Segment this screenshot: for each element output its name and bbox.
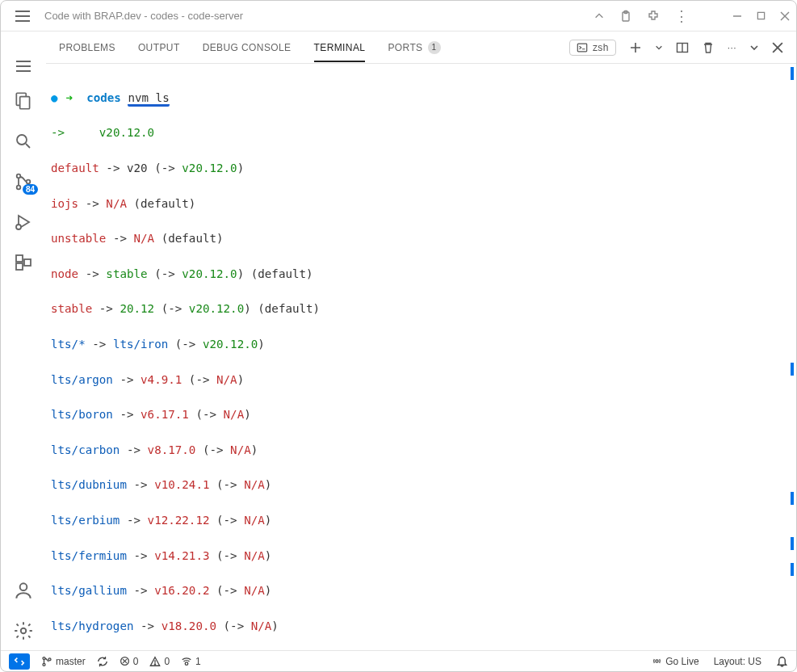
scm-badge: 84 <box>23 184 38 195</box>
terminal-content[interactable]: ● ➜ codes nvm ls -> v20.12.0 default -> … <box>46 64 796 650</box>
split-terminal-dropdown-icon[interactable] <box>655 44 663 52</box>
chevron-down-icon[interactable] <box>749 43 759 52</box>
svg-rect-3 <box>757 12 764 19</box>
status-bar: master 0 0 1 Go Live Layout: US <box>1 650 796 671</box>
ports-count-badge: 1 <box>428 41 441 54</box>
terminal-overview-ruler <box>789 64 794 650</box>
svg-point-35 <box>656 660 658 662</box>
explorer-icon[interactable] <box>12 90 35 112</box>
svg-point-33 <box>155 663 156 664</box>
tab-problems[interactable]: PROBLEMS <box>59 34 115 61</box>
menu-icon[interactable] <box>16 65 31 67</box>
svg-point-28 <box>48 657 51 660</box>
run-debug-icon[interactable] <box>12 211 35 233</box>
account-icon[interactable] <box>12 579 35 602</box>
svg-point-11 <box>17 186 21 190</box>
tab-output[interactable]: OUTPUT <box>138 34 180 61</box>
svg-point-8 <box>17 135 27 145</box>
svg-point-34 <box>185 662 188 665</box>
new-terminal-icon[interactable] <box>629 41 642 54</box>
panel-tabs: PROBLEMS OUTPUT DEBUG CONSOLE TERMINAL P… <box>46 32 796 64</box>
svg-rect-16 <box>24 259 31 266</box>
svg-rect-15 <box>16 263 23 270</box>
close-icon[interactable] <box>780 11 790 21</box>
errors-indicator[interactable]: 0 <box>120 656 139 667</box>
go-live-button[interactable]: Go Live <box>652 656 698 667</box>
svg-point-17 <box>20 583 27 590</box>
maximize-icon[interactable] <box>757 11 766 20</box>
notifications-bell-icon[interactable] <box>776 655 788 667</box>
close-panel-icon[interactable] <box>772 42 783 53</box>
extension-puzzle-icon[interactable] <box>647 10 660 23</box>
ports-indicator[interactable]: 1 <box>181 656 201 667</box>
app-menu-button[interactable] <box>15 15 30 17</box>
shell-name: zsh <box>593 42 609 53</box>
svg-point-18 <box>21 628 27 634</box>
svg-point-13 <box>16 225 21 229</box>
svg-point-26 <box>43 657 45 659</box>
window-title: Code with BRAP.dev - codes - code-server <box>44 10 594 22</box>
titlebar: Code with BRAP.dev - codes - code-server… <box>1 1 796 32</box>
menu-more-icon[interactable]: ⋮ <box>674 12 689 20</box>
svg-point-27 <box>43 663 45 666</box>
clipboard-icon[interactable] <box>619 10 632 23</box>
tab-terminal[interactable]: TERMINAL <box>314 34 366 61</box>
svg-rect-14 <box>16 255 23 262</box>
warnings-indicator[interactable]: 0 <box>149 656 170 667</box>
more-actions-icon[interactable]: ··· <box>728 42 736 53</box>
terminal-shell-picker[interactable]: zsh <box>569 40 616 56</box>
minimize-icon[interactable] <box>732 11 742 21</box>
sync-indicator[interactable] <box>97 656 108 667</box>
remote-indicator[interactable] <box>9 653 30 670</box>
keyboard-layout[interactable]: Layout: US <box>714 656 761 667</box>
kill-terminal-icon[interactable] <box>702 41 715 54</box>
tab-debug-console[interactable]: DEBUG CONSOLE <box>203 34 292 61</box>
split-panel-icon[interactable] <box>676 41 689 54</box>
svg-line-9 <box>26 144 30 148</box>
svg-rect-7 <box>20 97 30 109</box>
activity-bar: 84 <box>1 32 46 650</box>
search-icon[interactable] <box>12 130 35 153</box>
source-control-icon[interactable]: 84 <box>12 170 35 193</box>
svg-rect-19 <box>577 44 586 52</box>
git-branch-indicator[interactable]: master <box>41 656 86 667</box>
tab-ports[interactable]: PORTS 1 <box>388 33 440 62</box>
svg-point-10 <box>17 174 21 178</box>
svg-point-12 <box>27 180 31 184</box>
tab-ports-label: PORTS <box>388 42 422 53</box>
settings-gear-icon[interactable] <box>12 620 35 642</box>
extensions-icon[interactable] <box>12 251 35 274</box>
chevron-up-icon[interactable] <box>594 10 605 22</box>
